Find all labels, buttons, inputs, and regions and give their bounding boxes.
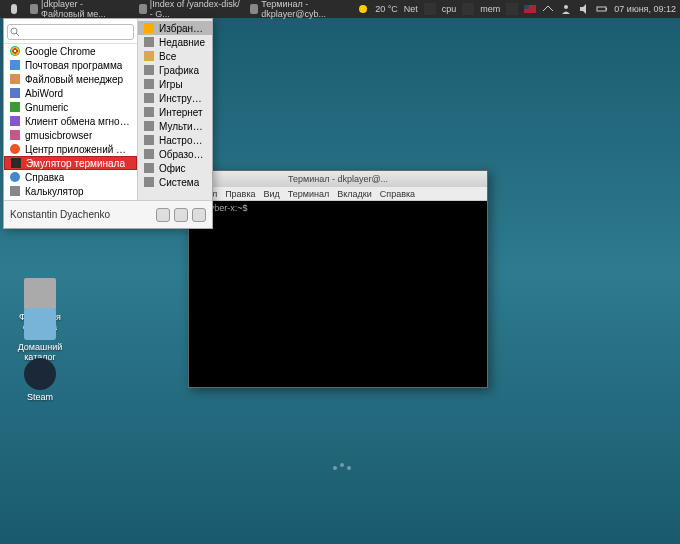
menu-app-item[interactable]: Google Chrome (4, 44, 137, 58)
net-label[interactable]: Net (404, 4, 418, 14)
desktop-icon-image (24, 278, 56, 310)
lock-button[interactable] (174, 208, 188, 222)
app-icon (10, 74, 20, 84)
category-label: Инструменты (159, 93, 206, 104)
user-icon[interactable] (560, 3, 572, 15)
category-icon (144, 149, 154, 159)
menu-category-item[interactable]: Избранное (138, 21, 212, 35)
menu-category-item[interactable]: Система (138, 175, 212, 189)
svg-point-7 (564, 5, 568, 9)
app-label: AbiWord (25, 88, 63, 99)
battery-icon[interactable] (596, 3, 608, 15)
category-icon (144, 121, 154, 131)
app-icon (11, 158, 21, 168)
app-label: Клиент обмена мгновенными со... (25, 116, 131, 127)
app-label: Эмулятор терминала (26, 158, 125, 169)
mem-label[interactable]: mem (480, 4, 500, 14)
menu-category-item[interactable]: Настройки (138, 133, 212, 147)
application-menu: Google ChromeПочтовая программаФайловый … (3, 18, 213, 229)
menu-app-item[interactable]: Почтовая программа (4, 58, 137, 72)
task-label: |dkplayer - Файловый ме... (41, 0, 129, 19)
desktop-icon-image (24, 308, 56, 340)
app-label: Центр приложений Ubuntu (25, 144, 131, 155)
menu-category-item[interactable]: Образование (138, 147, 212, 161)
term-menu-tabs[interactable]: Вкладки (337, 189, 372, 199)
menu-category-item[interactable]: Интернет (138, 105, 212, 119)
menu-category-item[interactable]: Мультимедиа (138, 119, 212, 133)
task-label: Терминал - dkplayer@cyb... (261, 0, 353, 19)
menu-app-item[interactable]: Gnumeric (4, 100, 137, 114)
category-icon (144, 135, 154, 145)
menu-category-item[interactable]: Графика (138, 63, 212, 77)
menu-app-item[interactable]: Клиент обмена мгновенными со... (4, 114, 137, 128)
term-menu-view[interactable]: Вид (264, 189, 280, 199)
svg-rect-4 (506, 3, 518, 15)
category-icon (144, 93, 154, 103)
weather-text[interactable]: 20 °C (375, 4, 398, 14)
svg-rect-6 (524, 5, 529, 9)
term-menu-terminal[interactable]: Терминал (288, 189, 329, 199)
svg-point-1 (359, 5, 367, 13)
category-label: Система (159, 177, 199, 188)
desktop-icon-image (24, 358, 56, 390)
menu-app-item[interactable]: Файловый менеджер (4, 72, 137, 86)
globe-icon (139, 4, 147, 14)
category-icon (144, 107, 154, 117)
menu-app-item[interactable]: AbiWord (4, 86, 137, 100)
app-label: gmusicbrowser (25, 130, 92, 141)
mouse-icon (8, 3, 20, 15)
app-icon (10, 186, 20, 196)
folder-icon (30, 4, 38, 14)
category-icon (144, 37, 154, 47)
terminal-title: Терминал - dkplayer@... (288, 174, 388, 184)
desktop-icon-label: Steam (10, 392, 70, 402)
term-menu-edit[interactable]: Правка (225, 189, 255, 199)
category-label: Недавние (159, 37, 205, 48)
app-label: Почтовая программа (25, 60, 122, 71)
app-icon (10, 116, 20, 126)
task-item[interactable]: |Index of /yandex-disk/ - G... (135, 0, 245, 19)
cpu-label[interactable]: cpu (442, 4, 457, 14)
menu-category-item[interactable]: Все (138, 49, 212, 63)
settings-button[interactable] (156, 208, 170, 222)
terminal-body[interactable]: r@cyber-x:~$ (189, 201, 487, 387)
app-icon (10, 130, 20, 140)
menu-app-item[interactable]: Справка (4, 170, 137, 184)
app-label: Калькулятор (25, 186, 84, 197)
menu-app-item[interactable]: gmusicbrowser (4, 128, 137, 142)
flag-icon[interactable] (524, 3, 536, 15)
menu-app-item[interactable]: Центр приложений Ubuntu (4, 142, 137, 156)
clock[interactable]: 07 июня, 09:12 (614, 4, 676, 14)
weather-icon[interactable] (357, 3, 369, 15)
category-label: Интернет (159, 107, 203, 118)
terminal-titlebar[interactable]: Терминал - dkplayer@... (189, 171, 487, 187)
menu-app-item[interactable]: Эмулятор терминала (4, 156, 137, 170)
menu-search-input[interactable] (7, 24, 134, 40)
term-menu-help[interactable]: Справка (380, 189, 415, 199)
menu-category-item[interactable]: Инструменты (138, 91, 212, 105)
app-menu-button[interactable] (4, 0, 24, 19)
menu-app-item[interactable]: Калькулятор (4, 184, 137, 198)
task-item[interactable]: Терминал - dkplayer@cyb... (246, 0, 357, 19)
desktop-icon[interactable]: Steam (10, 358, 70, 402)
taskbar: |dkplayer - Файловый ме... |Index of /ya… (4, 0, 357, 19)
category-icon (144, 51, 154, 61)
svg-rect-3 (462, 3, 474, 15)
desktop-icon[interactable]: Домашний каталог (10, 308, 70, 362)
username-label: Konstantin Dyachenko (10, 209, 110, 220)
app-label: Google Chrome (25, 46, 96, 57)
menu-category-item[interactable]: Игры (138, 77, 212, 91)
category-label: Все (159, 51, 176, 62)
terminal-window[interactable]: Терминал - dkplayer@... Файл Правка Вид … (188, 170, 488, 388)
category-label: Образование (159, 149, 206, 160)
volume-icon[interactable] (578, 3, 590, 15)
network-icon[interactable] (542, 3, 554, 15)
task-item[interactable]: |dkplayer - Файловый ме... (26, 0, 133, 19)
cpu-graph-icon (462, 3, 474, 15)
menu-category-item[interactable]: Офис (138, 161, 212, 175)
loading-spinner (330, 462, 354, 474)
app-label: Справка (25, 172, 64, 183)
terminal-menubar: Файл Правка Вид Терминал Вкладки Справка (189, 187, 487, 201)
power-button[interactable] (192, 208, 206, 222)
menu-category-item[interactable]: Недавние (138, 35, 212, 49)
